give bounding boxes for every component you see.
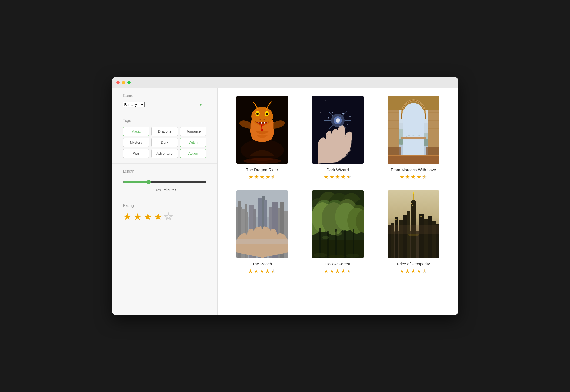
books-grid: The Dragon Rider ★ ★ ★ ★ ★★ [228,96,447,274]
book-card-morocco[interactable]: From Morocco With Love ★ ★ ★ ★ ★★ [380,96,447,180]
book-cover-reach [236,190,288,258]
tag-witch[interactable]: Witch [180,138,206,147]
genre-select-wrapper: Fantasy Sci-Fi Thriller Romance Mystery … [123,102,206,107]
svg-rect-115 [396,219,397,220]
rating-star-3[interactable]: ★ [144,212,152,222]
svg-rect-113 [405,218,405,218]
tag-romance[interactable]: Romance [180,127,206,136]
minimize-button[interactable] [122,81,125,84]
rating-star-5[interactable]: ☆ [164,212,173,222]
svg-point-14 [350,109,350,110]
svg-point-29 [328,117,329,119]
book-cover-prosperity [388,190,439,258]
main-content: The Dragon Rider ★ ★ ★ ★ ★★ [218,88,458,315]
book-stars-morocco: ★ ★ ★ ★ ★★ [399,174,428,180]
svg-point-27 [332,112,333,113]
rating-star-4[interactable]: ★ [154,212,162,222]
svg-rect-107 [428,216,432,258]
svg-rect-117 [412,205,413,206]
svg-point-7 [259,119,261,120]
book-card-dragon-rider[interactable]: The Dragon Rider ★ ★ ★ ★ ★★ [228,96,296,180]
book-title-prosperity: Price of Prosperity [397,262,430,266]
tag-dragons[interactable]: Dragons [151,127,178,136]
svg-point-91 [334,231,342,236]
book-cover-morocco [388,96,439,164]
svg-rect-118 [415,203,415,204]
maximize-button[interactable] [127,81,131,84]
svg-rect-110 [404,216,404,217]
tags-section: Tags Magic Dragons Romance Mystery Dark … [112,113,217,164]
sidebar: Genre Fantasy Sci-Fi Thriller Romance My… [112,88,218,315]
rating-section: Rating ★ ★ ★ ★ ☆ [112,198,217,227]
svg-point-88 [314,253,327,257]
genre-chevron-icon: ▼ [199,103,203,107]
svg-rect-120 [421,216,422,217]
svg-point-9 [243,158,281,164]
svg-point-122 [408,234,419,236]
svg-point-13 [355,103,356,103]
svg-rect-111 [405,216,405,217]
tag-action[interactable]: Action [180,149,206,158]
book-stars-reach: ★ ★ ★ ★ ★★ [248,268,276,274]
rating-star-1[interactable]: ★ [123,212,132,222]
book-stars-prosperity: ★ ★ ★ ★ ★★ [399,268,428,274]
book-card-dark-wizard[interactable]: Dark Wizard ★ ★ ★ ★ ★★ [304,96,372,180]
tag-war[interactable]: War [123,149,149,158]
genre-select[interactable]: Fantasy Sci-Fi Thriller Romance Mystery [123,102,145,107]
star-half: ★★ [271,174,276,180]
tag-magic[interactable]: Magic [123,127,149,136]
book-card-reach[interactable]: The Reach ★ ★ ★ ★ ★★ [228,190,296,274]
svg-rect-44 [388,156,439,164]
svg-rect-112 [404,218,404,218]
genre-section: Genre Fantasy Sci-Fi Thriller Romance My… [112,88,217,113]
book-cover-dark-wizard [312,96,364,164]
svg-point-5 [256,113,259,115]
svg-rect-121 [429,218,429,218]
svg-point-90 [346,254,359,258]
book-stars-hollow-forest: ★ ★ ★ ★ ★★ [324,268,352,274]
rating-label: Rating [123,203,206,208]
book-title-morocco: From Morocco With Love [391,167,436,172]
mac-window: Genre Fantasy Sci-Fi Thriller Romance My… [112,77,458,315]
title-bar [112,77,458,88]
svg-point-30 [347,124,348,125]
book-stars-dark-wizard: ★ ★ ★ ★ ★★ [324,174,352,180]
close-button[interactable] [116,81,120,84]
length-section: Length 10-20 minutes [112,164,217,198]
svg-point-15 [320,112,321,113]
svg-point-31 [326,126,327,126]
svg-rect-64 [236,239,288,244]
svg-point-26 [342,113,344,114]
svg-point-12 [325,100,326,101]
window-body: Genre Fantasy Sci-Fi Thriller Romance My… [112,88,458,315]
book-card-hollow-forest[interactable]: Hollow Forest ★ ★ ★ ★ ★★ [304,190,372,274]
length-slider[interactable] [123,180,206,184]
star-2: ★ [254,174,259,180]
book-title-hollow-forest: Hollow Forest [325,262,350,266]
svg-rect-101 [395,217,398,258]
tags-label: Tags [123,118,206,123]
book-stars-dragon-rider: ★ ★ ★ ★ ★★ [248,174,276,180]
svg-rect-106 [424,219,429,258]
tag-dark[interactable]: Dark [151,138,178,147]
svg-rect-86 [344,230,346,258]
book-title-dark-wizard: Dark Wizard [326,167,349,172]
star-1: ★ [248,174,253,180]
svg-point-6 [266,113,268,115]
rating-stars[interactable]: ★ ★ ★ ★ ☆ [123,212,206,222]
tag-adventure[interactable]: Adventure [151,149,178,158]
svg-rect-105 [419,214,424,258]
star-3: ★ [260,174,265,180]
svg-point-98 [413,192,414,194]
tag-mystery[interactable]: Mystery [123,138,149,147]
rating-star-2[interactable]: ★ [133,212,142,222]
svg-rect-114 [395,219,396,220]
book-title-dragon-rider: The Dragon Rider [246,167,278,172]
svg-rect-84 [327,231,329,258]
book-cover-dragon-rider [236,96,288,164]
svg-point-92 [322,236,329,239]
svg-point-18 [336,118,340,123]
book-card-prosperity[interactable]: Price of Prosperity ★ ★ ★ ★ ★★ [380,190,447,274]
star-4: ★ [265,174,270,180]
book-title-reach: The Reach [252,262,272,266]
